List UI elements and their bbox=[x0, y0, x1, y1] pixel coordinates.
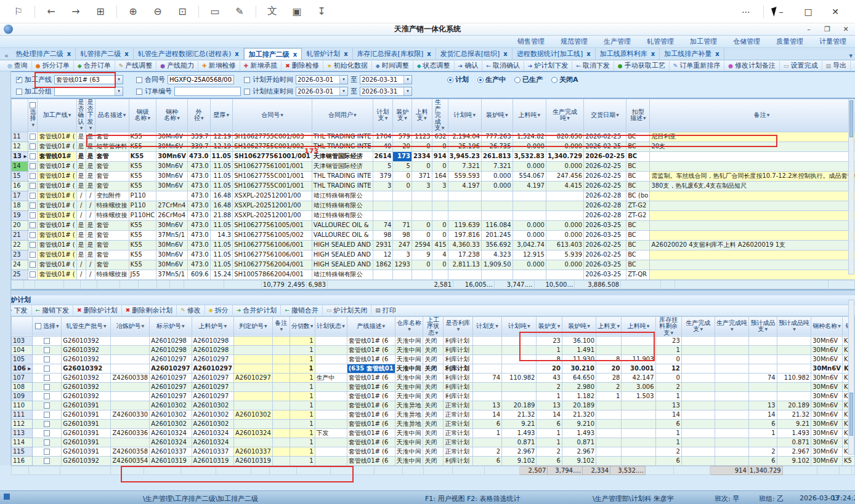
cell[interactable]: K5 bbox=[842, 457, 854, 466]
cell[interactable]: 5.939 bbox=[546, 250, 583, 260]
cell[interactable] bbox=[715, 337, 749, 346]
table-row-108[interactable]: 108G26010392A26010297A260102971套管线01# (6… bbox=[12, 383, 855, 392]
cell[interactable]: A26010297 bbox=[150, 374, 192, 383]
cell[interactable]: 套管线01# (6 bbox=[347, 438, 395, 447]
cell[interactable] bbox=[472, 355, 501, 364]
cell[interactable]: 是 bbox=[76, 171, 86, 181]
row-checkbox[interactable] bbox=[30, 222, 36, 228]
pin-icon[interactable]: ⚐ bbox=[6, 6, 31, 17]
cell[interactable]: BC bbox=[626, 151, 650, 161]
cell[interactable] bbox=[315, 457, 347, 466]
cell[interactable] bbox=[393, 270, 411, 279]
translate-icon[interactable]: 文 bbox=[260, 5, 285, 18]
tab-热处理排产二级[interactable]: 热处理排产二级x bbox=[12, 48, 76, 60]
cell[interactable] bbox=[513, 270, 546, 279]
back-icon[interactable]: ← bbox=[39, 6, 63, 17]
table-row-106[interactable]: 106 ▸G26010392A26010297A260102971(635 套管… bbox=[12, 364, 855, 374]
tab-close-icon[interactable]: x bbox=[67, 50, 71, 57]
cell[interactable] bbox=[715, 355, 749, 364]
cell[interactable]: 天淮中间 bbox=[395, 374, 423, 383]
cell[interactable]: 是 bbox=[86, 151, 95, 161]
cell[interactable]: 1 bbox=[290, 337, 315, 346]
cell[interactable]: 1.182 bbox=[562, 392, 596, 401]
cell[interactable] bbox=[315, 383, 347, 392]
cell[interactable]: A26010298 bbox=[192, 337, 233, 346]
row-checkbox[interactable] bbox=[30, 232, 36, 238]
col-header-品名描述[interactable]: 品名描述▼ bbox=[95, 99, 129, 132]
table-row-18[interactable]: 18套管线01# (//特殊螺纹接P11027CrMn4473.016.48XS… bbox=[12, 201, 855, 210]
cell[interactable] bbox=[650, 230, 855, 240]
cell[interactable]: 2 bbox=[655, 447, 681, 457]
cell[interactable]: 1 bbox=[290, 420, 315, 429]
cell[interactable] bbox=[448, 210, 481, 220]
row-number[interactable]: 104 bbox=[12, 346, 33, 355]
cell[interactable] bbox=[234, 420, 273, 429]
cell[interactable]: A26010297 bbox=[234, 374, 273, 383]
close-button[interactable]: ✕ bbox=[822, 7, 849, 17]
app-minimize-button[interactable]: – bbox=[800, 25, 818, 33]
cell[interactable]: G26010392 bbox=[62, 457, 111, 466]
table-row-16[interactable]: 16套管线01# (是是套管K5530Mn6V473.011.05SH10627… bbox=[12, 181, 855, 191]
cell[interactable] bbox=[448, 201, 481, 210]
cell[interactable] bbox=[777, 355, 811, 364]
cell[interactable]: G26010392 bbox=[62, 392, 111, 401]
row-number[interactable]: 21 bbox=[12, 230, 28, 240]
cell[interactable]: 11.05 bbox=[210, 260, 233, 270]
cell[interactable]: 套管线01# ( bbox=[38, 142, 76, 151]
cell[interactable]: 是 bbox=[86, 171, 95, 181]
cell[interactable] bbox=[681, 447, 715, 457]
toolbar-button-撤销合并[interactable]: ←撤销合并 bbox=[280, 305, 322, 315]
cell[interactable]: 套管线01# ( bbox=[38, 210, 76, 220]
cell[interactable]: G26010392 bbox=[62, 364, 111, 374]
col-header-轧管生产批号[interactable]: 轧管生产批号▼ bbox=[62, 316, 111, 337]
toolbar-button-手动获取工艺[interactable]: ●手动获取工艺 bbox=[614, 61, 669, 71]
tab-close-icon[interactable]: x bbox=[651, 50, 655, 57]
cell[interactable]: A26010298 bbox=[192, 346, 233, 355]
cell[interactable]: 2 bbox=[596, 383, 622, 392]
cell[interactable]: 6 bbox=[472, 457, 501, 466]
table-row-19[interactable]: 19套管线01# (//特殊螺纹接P110HC26CrMo4473.021.88… bbox=[12, 210, 855, 220]
table-row-23[interactable]: 23套管线01# (是是套管K5530Mn6V473.011.05SH10627… bbox=[12, 250, 855, 260]
cell[interactable]: 3 bbox=[432, 181, 448, 191]
cell[interactable] bbox=[272, 438, 290, 447]
forward-icon[interactable]: → bbox=[63, 6, 88, 17]
cell[interactable]: P110 bbox=[129, 191, 156, 201]
cell[interactable]: 11.05 bbox=[210, 171, 233, 181]
cell[interactable] bbox=[472, 438, 501, 447]
tab-close-icon[interactable]: x bbox=[235, 50, 238, 57]
cell[interactable]: 是 bbox=[76, 250, 86, 260]
row-checkbox[interactable] bbox=[30, 163, 36, 169]
cell[interactable]: (635 套管线01 bbox=[347, 364, 395, 374]
cell[interactable]: 是 bbox=[86, 250, 95, 260]
cell[interactable]: 套管线01# (6 bbox=[347, 374, 395, 383]
col-header-外径[interactable]: 外 径▼ bbox=[187, 99, 210, 132]
row-checkbox[interactable] bbox=[30, 262, 36, 268]
filter-funnel-icon[interactable]: ▼ bbox=[148, 116, 151, 120]
col-header-计划支[interactable]: 计划 支▼ bbox=[373, 99, 393, 132]
cell[interactable]: 0 bbox=[432, 161, 448, 171]
cell[interactable]: 74 bbox=[472, 374, 501, 383]
filter-funnel-icon[interactable]: ▼ bbox=[505, 113, 508, 117]
cell[interactable]: G26010391 bbox=[62, 410, 111, 420]
row-checkbox[interactable] bbox=[30, 212, 36, 218]
cell[interactable]: 13 bbox=[472, 401, 501, 410]
table-row-111[interactable]: 111G26010391Z42600330A26010302A26010302A… bbox=[12, 410, 855, 420]
table-row-116[interactable]: 116G26010392Z42600354A26010319A26010319A… bbox=[12, 457, 855, 466]
cell[interactable]: 14.3 bbox=[210, 230, 233, 240]
cell[interactable]: 3 bbox=[411, 181, 432, 191]
cell[interactable] bbox=[472, 337, 501, 346]
cell[interactable]: 是 bbox=[86, 240, 95, 250]
cell[interactable]: 套管线01# ( bbox=[38, 240, 76, 250]
cell[interactable] bbox=[472, 364, 501, 374]
filter-funnel-icon[interactable]: ▼ bbox=[472, 113, 476, 117]
cell[interactable]: 1 bbox=[596, 392, 622, 401]
row-checkbox[interactable] bbox=[44, 347, 50, 353]
filter-funnel-icon[interactable]: ▼ bbox=[142, 324, 145, 328]
cell[interactable]: 是 bbox=[76, 161, 86, 171]
cell[interactable]: Z42600330 bbox=[111, 410, 150, 420]
col-header-是否下发[interactable]: 是否 下发▼ bbox=[86, 99, 95, 132]
order-input[interactable] bbox=[174, 87, 241, 96]
cell[interactable]: 20 bbox=[596, 364, 622, 374]
cell[interactable]: SH106277561006/001 bbox=[233, 240, 312, 250]
edit-icon[interactable]: ✎ bbox=[227, 6, 252, 17]
